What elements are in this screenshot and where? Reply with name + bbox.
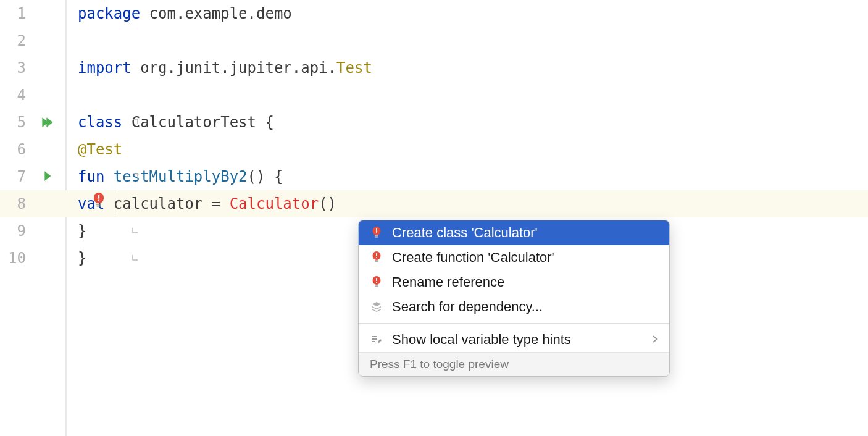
svg-rect-14 bbox=[375, 261, 378, 262]
gutter-row: 7 bbox=[0, 163, 65, 190]
svg-rect-20 bbox=[372, 336, 377, 337]
line-number: 4 bbox=[0, 86, 26, 104]
popup-separator bbox=[359, 323, 669, 324]
gutter-row: 4 bbox=[0, 82, 65, 109]
stack-icon bbox=[370, 300, 383, 314]
code-line[interactable]: fun testMultiplyBy2() { bbox=[67, 163, 868, 190]
run-test-icon[interactable] bbox=[43, 168, 53, 185]
svg-rect-21 bbox=[372, 338, 377, 340]
svg-rect-8 bbox=[375, 235, 378, 236]
gutter-row: 6 bbox=[0, 136, 65, 163]
bulb-red-icon bbox=[370, 275, 383, 289]
gutter: 1 2 3 4 5 6 7 bbox=[0, 0, 67, 436]
line-number: 5 bbox=[0, 114, 26, 131]
code-line[interactable]: import org.junit.jupiter.api.Test bbox=[67, 54, 868, 82]
gutter-row: 5 bbox=[0, 109, 65, 136]
popup-item-rename-reference[interactable]: Rename reference bbox=[359, 270, 669, 295]
code-line[interactable] bbox=[67, 27, 868, 54]
imported-symbol: Test bbox=[336, 59, 372, 77]
caret-indicator bbox=[114, 190, 114, 215]
popup-item-label: Create class 'Calculator' bbox=[392, 225, 658, 241]
intention-bulb-icon[interactable] bbox=[91, 191, 106, 212]
line-number: 2 bbox=[0, 32, 26, 49]
svg-rect-2 bbox=[98, 199, 99, 201]
gutter-row: 9 bbox=[0, 217, 65, 245]
gutter-row: 3 bbox=[0, 54, 65, 82]
popup-item-search-dependency[interactable]: Search for dependency... bbox=[359, 295, 669, 319]
popup-footer-text: Press F1 to toggle preview bbox=[370, 358, 509, 371]
svg-rect-18 bbox=[375, 285, 378, 285]
gutter-row: 8 bbox=[0, 190, 65, 217]
svg-rect-7 bbox=[376, 232, 377, 233]
popup-item-label: Search for dependency... bbox=[392, 299, 658, 315]
code-line-current[interactable]: val calculator = Calculator() bbox=[64, 190, 868, 217]
svg-rect-1 bbox=[98, 195, 99, 199]
syntax: () { bbox=[248, 168, 283, 185]
line-number: 7 bbox=[0, 168, 26, 185]
import-path: org.junit.jupiter.api. bbox=[131, 59, 336, 77]
pencil-list-icon bbox=[370, 333, 383, 346]
svg-rect-3 bbox=[96, 204, 101, 205]
svg-rect-13 bbox=[375, 260, 378, 261]
error-reference: Calculator bbox=[230, 195, 319, 212]
popup-item-create-class[interactable]: Create class 'Calculator' bbox=[359, 220, 669, 245]
line-number: 8 bbox=[0, 195, 26, 212]
code-line[interactable]: @Test bbox=[67, 136, 868, 163]
popup-footer: Press F1 to toggle preview bbox=[359, 352, 669, 376]
package-path: com.example.demo bbox=[140, 5, 292, 22]
svg-rect-12 bbox=[376, 257, 377, 258]
svg-rect-4 bbox=[97, 206, 101, 207]
svg-rect-11 bbox=[376, 253, 377, 256]
gutter-row: 10 bbox=[0, 245, 65, 272]
intention-actions-popup: Create class 'Calculator' Create functio… bbox=[358, 220, 670, 377]
bulb-red-icon bbox=[370, 226, 383, 240]
svg-rect-22 bbox=[372, 341, 375, 342]
code-line[interactable]: package com.example.demo bbox=[67, 0, 868, 27]
class-name: CalculatorTest { bbox=[122, 114, 274, 131]
fold-handle-close-icon[interactable] bbox=[59, 232, 141, 284]
line-number: 10 bbox=[0, 249, 26, 267]
gutter-row: 2 bbox=[0, 27, 65, 54]
popup-item-label: Show local variable type hints bbox=[392, 332, 643, 348]
svg-rect-16 bbox=[376, 278, 377, 281]
syntax: () bbox=[319, 195, 336, 212]
code-line[interactable] bbox=[67, 82, 868, 109]
code-line[interactable]: class CalculatorTest { bbox=[67, 109, 868, 136]
svg-rect-6 bbox=[376, 228, 377, 232]
svg-rect-17 bbox=[376, 282, 377, 283]
gutter-row: 1 bbox=[0, 0, 65, 27]
chevron-right-icon bbox=[652, 333, 658, 346]
keyword: package bbox=[78, 5, 140, 22]
svg-rect-19 bbox=[375, 286, 378, 287]
bulb-red-icon bbox=[370, 251, 383, 264]
keyword: import bbox=[78, 59, 131, 77]
popup-item-label: Create function 'Calculator' bbox=[392, 249, 658, 266]
line-number: 3 bbox=[0, 59, 26, 77]
line-number: 9 bbox=[0, 222, 26, 240]
popup-item-create-function[interactable]: Create function 'Calculator' bbox=[359, 245, 669, 270]
line-number: 1 bbox=[0, 5, 26, 22]
popup-item-show-type-hints[interactable]: Show local variable type hints bbox=[359, 327, 669, 352]
run-class-icon[interactable] bbox=[41, 117, 54, 128]
svg-rect-9 bbox=[375, 237, 378, 237]
line-number: 6 bbox=[0, 141, 26, 158]
popup-item-label: Rename reference bbox=[392, 274, 658, 290]
